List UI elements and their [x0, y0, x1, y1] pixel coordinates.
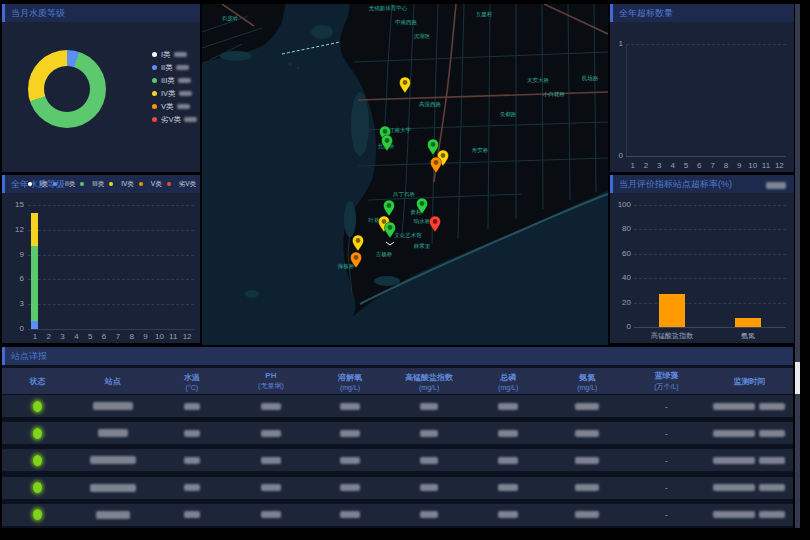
table-row[interactable]: - [2, 395, 793, 417]
column-header-1: 状态 [2, 376, 73, 387]
map-place-label: 文化艺术馆 [394, 232, 422, 239]
rate-bar [735, 318, 761, 327]
value-cell [548, 457, 627, 464]
table-panel-title: 站点详报 [5, 350, 47, 363]
panel-year-exceed-count: 全年超标数量 10123456789101112 [610, 4, 794, 172]
x-category-label: 氨氮 [714, 332, 782, 340]
value-redacted [340, 511, 360, 518]
value-cell [310, 430, 389, 437]
station-name-redacted [93, 402, 133, 410]
station-name-redacted [98, 429, 128, 437]
column-header-2: 站点 [73, 376, 152, 387]
value-redacted [498, 484, 518, 491]
value-redacted [261, 430, 281, 437]
table-header-row: 状态站点水温(°C)PH(无量纲)溶解氧(mg/L)高锰酸盐指数(mg/L)总磷… [2, 368, 793, 394]
legend-value-redacted [174, 52, 187, 57]
legend-item[interactable]: I类 [152, 48, 197, 61]
column-header-9: 蓝绿藻(万个/L) [627, 370, 706, 392]
algae-cell: - [627, 402, 706, 411]
legend-item[interactable]: IV类 [152, 87, 197, 100]
value-redacted [575, 403, 599, 410]
y-axis-tick: 0 [4, 325, 24, 333]
value-redacted [184, 484, 200, 491]
column-label: 蓝绿藻 [654, 370, 678, 381]
stacked-bar-segment [31, 213, 38, 246]
column-unit: (mg/L) [498, 384, 518, 391]
column-unit: (°C) [186, 384, 199, 391]
y-axis-tick: 12 [4, 226, 24, 234]
monitoring-map[interactable]: 石皮岭无锡新体育中心中南西路滨湖区五星村天安大桥机场路小白花桥吴都路高浪西路江南… [202, 4, 608, 345]
column-label: 状态 [30, 376, 46, 387]
date-redacted [713, 403, 755, 410]
y-axis-tick: 15 [4, 201, 24, 209]
status-indicator-green [32, 427, 43, 440]
value-redacted [498, 430, 518, 437]
value-redacted [261, 484, 281, 491]
legend-value-redacted [179, 91, 192, 96]
station-name-redacted [96, 511, 130, 519]
value-cell [310, 484, 389, 491]
panel-month-water-grade: 当月水质等级 I类II类III类IV类V类劣V类 [2, 4, 200, 172]
value-cell [231, 511, 310, 518]
column-label: 水温 [184, 372, 200, 383]
map-place-label: 江南大学 [389, 127, 412, 134]
gridline [28, 255, 194, 256]
status-cell [2, 427, 73, 440]
legend-dot [152, 65, 157, 70]
legend-item[interactable]: 劣V类 [152, 113, 197, 126]
date-redacted [713, 457, 755, 464]
value-redacted [498, 511, 518, 518]
table-row[interactable]: - [2, 449, 793, 471]
legend-dot [152, 78, 157, 83]
page-scrollbar-thumb[interactable] [795, 362, 800, 394]
legend-item[interactable]: III类 [152, 74, 197, 87]
x-axis-tick: 2 [43, 333, 55, 341]
value-redacted [184, 403, 200, 410]
column-label: 溶解氧 [338, 372, 362, 383]
value-cell [469, 457, 548, 464]
y-axis-tick: 6 [4, 275, 24, 283]
dashboard-root: { "panels": { "donut_panel": {"title": "… [0, 0, 810, 540]
value-redacted [261, 403, 281, 410]
gridline [634, 254, 786, 255]
legend-label: V类 [161, 102, 174, 112]
panel-station-table: 站点详报 状态站点水温(°C)PH(无量纲)溶解氧(mg/L)高锰酸盐指数(mg… [2, 347, 793, 528]
legend-item[interactable]: V类 [152, 100, 197, 113]
table-panel-header: 站点详报 [2, 347, 793, 365]
x-axis-tick: 3 [57, 333, 69, 341]
table-row[interactable]: - [2, 504, 793, 526]
legend-dot [152, 117, 157, 122]
x-axis-tick: 9 [140, 333, 152, 341]
x-axis-tick: 9 [733, 162, 745, 170]
legend-label: II类 [161, 63, 173, 73]
time-redacted [759, 511, 785, 518]
status-cell [2, 508, 73, 521]
value-cell [390, 430, 469, 437]
y-axis-tick: 60 [612, 250, 631, 258]
year-exceed-chart: 10123456789101112 [610, 4, 794, 172]
page-scrollbar-track[interactable] [795, 4, 800, 528]
water-grade-donut-chart [28, 50, 106, 128]
y-axis-tick: 40 [612, 274, 631, 282]
x-axis-tick: 4 [667, 162, 679, 170]
gridline [634, 278, 786, 279]
table-row[interactable]: - [2, 422, 793, 444]
column-header-6: 高锰酸盐指数(mg/L) [390, 372, 469, 391]
column-label: 监测时间 [733, 376, 765, 387]
column-label: 总磷 [500, 372, 516, 383]
value-redacted [498, 403, 518, 410]
table-row[interactable]: - [2, 477, 793, 499]
gridline [626, 44, 786, 45]
value-redacted [420, 484, 438, 491]
map-place-label: 吕丁石桥 [393, 191, 416, 198]
map-place-label: 天安大桥 [527, 77, 550, 83]
x-axis-tick: 11 [167, 333, 179, 341]
legend-value-redacted [178, 78, 191, 83]
column-label: 氨氮 [579, 372, 595, 383]
legend-item[interactable]: II类 [152, 61, 197, 74]
x-axis-line [626, 156, 786, 157]
x-axis-tick: 10 [153, 333, 165, 341]
status-cell [2, 454, 73, 467]
status-indicator-green [32, 400, 43, 413]
legend-label: I类 [161, 50, 171, 60]
